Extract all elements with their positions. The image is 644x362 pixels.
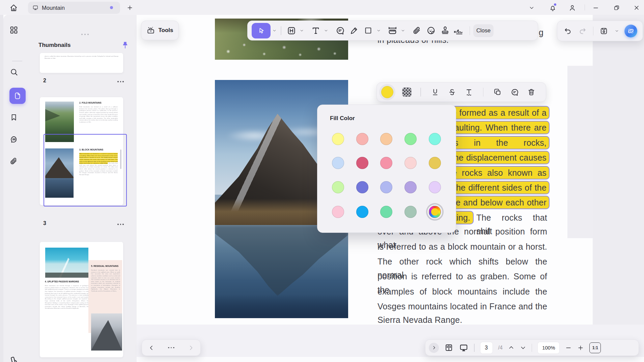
color-swatch[interactable] [404,206,417,218]
minimize-icon [592,4,599,11]
actual-size-button[interactable]: 1:1 [589,342,601,353]
color-swatch[interactable] [380,133,392,145]
document-text-line[interactable]: examples of block mountains include the [377,285,547,298]
add-comment-button[interactable] [509,85,520,99]
page-menu-button[interactable] [117,81,124,82]
expand-bar-button[interactable] [429,343,439,353]
close-toolbar-button[interactable]: Close [473,24,494,37]
minimize-button[interactable] [591,3,600,12]
color-swatch[interactable] [356,133,368,145]
zoom-in-button[interactable] [577,344,584,351]
save-button[interactable] [599,24,609,38]
color-swatch[interactable] [404,133,417,145]
squiggly-underline-button[interactable] [464,85,474,99]
close-icon [633,4,640,11]
color-swatch[interactable] [404,157,417,169]
viewport-indicator[interactable] [44,134,127,206]
sidebar-item-attachments[interactable] [8,156,20,167]
stamp-tool-button[interactable] [439,24,452,38]
strikethrough-button[interactable] [447,85,457,99]
thumb-orange-mountain-photo [45,248,88,278]
new-tab-button[interactable] [125,3,134,12]
close-window-button[interactable] [632,3,641,12]
color-swatch[interactable] [429,181,441,193]
home-button[interactable] [8,2,19,13]
nav-forward-button[interactable] [188,344,194,351]
sidebar-item-apps[interactable] [8,24,20,36]
color-swatch[interactable] [429,133,441,145]
document-text-line[interactable]: is referred to as a block mountain or a … [377,240,547,253]
presentation-icon [459,343,469,353]
shape-tool-dropdown[interactable] [376,28,382,33]
ai-assistant-button[interactable] [624,25,637,37]
text-tool-dropdown[interactable] [323,28,329,33]
color-swatch[interactable] [356,206,368,218]
opacity-button[interactable] [402,87,412,97]
select-tool-button[interactable] [252,23,271,38]
custom-color-wheel[interactable] [429,206,441,218]
thumbnail-page-4[interactable]: 4. UPLIFTED PASSIVE MARGINS Most mountai… [40,242,123,357]
color-swatch[interactable] [404,181,417,193]
nav-more-button[interactable] [168,347,174,349]
trash-icon [527,88,536,96]
previous-page-button[interactable] [508,344,514,351]
attach-tool-button[interactable] [410,24,424,38]
presentation-button[interactable] [459,343,469,353]
highlight-tool-dropdown[interactable] [299,28,305,33]
color-swatch[interactable] [356,181,368,193]
chevron-down-icon [529,5,535,11]
next-page-button[interactable] [520,344,526,351]
text-tool-button[interactable] [309,24,323,38]
pencil-tool-button[interactable] [347,24,361,38]
thumbnail-page-2[interactable]: what is called the dome mountain. Mounta… [40,53,123,73]
color-swatch[interactable] [380,157,392,169]
sticker-tool-button[interactable] [424,24,438,38]
sidebar-item-swatches[interactable] [8,355,20,362]
tab-list-button[interactable] [527,4,536,12]
underline-button[interactable] [430,85,441,99]
undo-button[interactable] [563,24,573,38]
pin-panel-button[interactable] [121,40,130,51]
color-swatch[interactable] [332,133,344,145]
sidebar-item-comments[interactable] [8,134,20,145]
sidebar-item-thumbnails[interactable] [9,88,26,104]
ai-sparkle-icon [627,27,635,35]
current-fill-swatch[interactable] [381,86,393,98]
zoom-level-input[interactable]: 100% [537,342,560,354]
nav-back-button[interactable] [148,344,155,351]
measure-tool-button[interactable] [386,24,399,38]
panel-drag-handle[interactable] [81,34,89,35]
measure-tool-dropdown[interactable] [400,28,406,33]
duplicate-button[interactable] [492,85,503,99]
color-swatch[interactable] [332,206,344,218]
comment-icon [9,135,19,144]
sidebar-item-bookmarks[interactable] [8,112,20,123]
redo-button[interactable] [578,24,588,38]
restore-button[interactable] [612,3,621,12]
select-tool-dropdown[interactable] [271,28,277,33]
save-dropdown[interactable] [614,29,620,33]
signature-tool-button[interactable] [453,24,466,38]
zoom-out-button[interactable] [565,344,572,351]
color-swatch[interactable] [356,157,368,169]
account-button[interactable] [567,3,577,12]
comment-tool-button[interactable] [333,24,347,38]
delete-button[interactable] [526,85,537,99]
page-number-input[interactable]: 3 [480,342,493,354]
reading-view-button[interactable] [444,343,453,352]
color-swatch[interactable] [332,157,344,169]
highlight-tool-button[interactable] [285,24,298,38]
color-swatch[interactable] [332,181,344,193]
document-text-line[interactable]: Sierra Nevada Range. [377,313,547,327]
page-menu-button[interactable] [117,224,124,225]
chevron-right-icon [431,345,437,350]
tools-button[interactable]: Tools [141,21,179,40]
shape-tool-button[interactable] [362,24,375,38]
document-text-line[interactable]: Vosges mountains located in France and t… [377,300,547,313]
color-swatch[interactable] [429,157,441,169]
color-swatch[interactable] [380,206,392,218]
notifications-button[interactable] [548,3,557,12]
sidebar-item-search[interactable] [8,66,20,78]
color-swatch[interactable] [380,181,392,193]
document-tab[interactable]: Mountain [28,2,120,14]
